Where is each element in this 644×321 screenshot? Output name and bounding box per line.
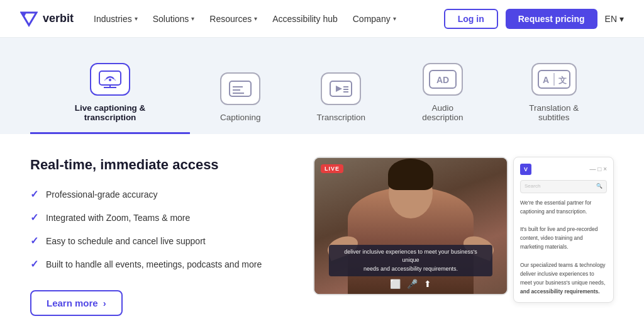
check-icon: ✓ <box>30 211 38 223</box>
tab-label: Transcription <box>316 113 365 122</box>
caption-lines-icon <box>220 72 260 105</box>
tab-live-captioning[interactable]: Live captioning & transcription <box>30 53 190 134</box>
tab-label: Captioning <box>220 113 261 122</box>
live-badge: LIVE <box>321 164 343 173</box>
video-mockup: LIVE deliver inclusive experiences to me… <box>313 157 508 295</box>
person-hair <box>388 159 433 190</box>
tab-captioning[interactable]: Captioning <box>190 62 291 134</box>
sidebar-close-icon: — □ × <box>590 164 607 174</box>
main-content: Real-time, immediate access ✓ Profession… <box>0 134 644 321</box>
tab-label: Translation & subtitles <box>514 103 594 122</box>
sidebar-bold-text: and accessibility requirements. <box>520 288 600 295</box>
play-lines-icon <box>321 72 361 105</box>
svg-text:A: A <box>543 75 549 85</box>
request-pricing-button[interactable]: Request pricing <box>506 9 597 29</box>
feature-text: Easy to schedule and cancel live support <box>46 236 206 246</box>
list-item: ✓ Built to handle all events, meetings, … <box>30 258 288 270</box>
sidebar-text-block-1: We're the essential partner for captioni… <box>520 198 607 216</box>
sidebar-text-block-3: Our specialized teams & technology deliv… <box>520 261 607 296</box>
nav-links: Industries ▾ Solutions ▾ Resources ▾ Acc… <box>94 14 424 24</box>
sidebar-search-bar: Search 🔍 <box>520 180 607 193</box>
chevron-down-icon: ▾ <box>619 14 624 24</box>
chevron-down-icon: ▾ <box>191 15 194 22</box>
feature-text: Integrated with Zoom, Teams & more <box>46 213 190 223</box>
section-title: Real-time, immediate access <box>30 157 288 173</box>
svg-text:AD: AD <box>436 75 449 85</box>
tabs-row: Live captioning & transcription Captioni… <box>30 53 614 134</box>
check-icon: ✓ <box>30 258 38 270</box>
feature-text: Professional-grade accuracy <box>46 189 157 200</box>
check-icon: ✓ <box>30 235 38 247</box>
logo[interactable]: verbit <box>20 10 74 28</box>
video-caption-bar: deliver inclusive experiences to meet yo… <box>329 245 492 277</box>
navbar: verbit Industries ▾ Solutions ▾ Resource… <box>0 0 644 38</box>
translate-box-icon: A 文 <box>531 63 577 96</box>
tab-label: Audio description <box>411 103 474 122</box>
tab-transcription[interactable]: Transcription <box>291 62 391 134</box>
nav-item-industries[interactable]: Industries ▾ <box>94 14 138 24</box>
list-item: ✓ Integrated with Zoom, Teams & more <box>30 211 288 223</box>
left-panel: Real-time, immediate access ✓ Profession… <box>30 157 288 316</box>
chevron-down-icon: ▾ <box>393 15 396 22</box>
svg-text:文: 文 <box>558 76 566 85</box>
chevron-down-icon: ▾ <box>254 15 257 22</box>
language-selector[interactable]: EN ▾ <box>605 14 624 24</box>
tab-translation-subtitles[interactable]: A 文 Translation & subtitles <box>494 53 614 134</box>
video-controls: ⬜ 🎤 ⬆ <box>390 279 431 289</box>
right-panel: LIVE deliver inclusive experiences to me… <box>313 157 614 303</box>
nav-item-resources[interactable]: Resources ▾ <box>209 14 257 24</box>
svg-marker-11 <box>336 86 342 92</box>
tab-label: Live captioning & transcription <box>50 103 170 122</box>
svg-rect-6 <box>230 81 251 96</box>
svg-point-5 <box>109 79 111 81</box>
video-icon-3: ⬆ <box>424 279 431 289</box>
video-icon-2: 🎤 <box>407 279 418 289</box>
tab-audio-description[interactable]: AD Audio description <box>391 53 494 134</box>
login-button[interactable]: Log in <box>444 9 498 29</box>
ad-box-icon: AD <box>423 63 463 96</box>
mockup-container: LIVE deliver inclusive experiences to me… <box>313 157 614 303</box>
sidebar-text-block-2: It's built for live and pre-recorded con… <box>520 225 607 251</box>
tabs-section: Live captioning & transcription Captioni… <box>0 38 644 134</box>
chevron-down-icon: ▾ <box>135 15 138 22</box>
video-icon-1: ⬜ <box>390 279 401 289</box>
arrow-right-icon: › <box>103 298 106 308</box>
sidebar-header: V — □ × <box>520 164 607 175</box>
nav-item-company[interactable]: Company ▾ <box>353 14 396 24</box>
sidebar-logo-mini: V <box>520 164 531 175</box>
logo-icon <box>20 10 38 28</box>
check-icon: ✓ <box>30 188 38 200</box>
feature-text: Built to handle all events, meetings, po… <box>46 259 262 269</box>
nav-item-solutions[interactable]: Solutions ▾ <box>153 14 195 24</box>
list-item: ✓ Easy to schedule and cancel live suppo… <box>30 235 288 247</box>
nav-item-accessibility-hub[interactable]: Accessibility hub <box>272 14 338 24</box>
sidebar-mockup: V — □ × Search 🔍 We're the essential par… <box>513 157 614 303</box>
nav-actions: Log in Request pricing EN ▾ <box>444 9 624 29</box>
wifi-screen-icon <box>90 63 130 96</box>
learn-more-button[interactable]: Learn more › <box>30 290 123 316</box>
svg-rect-2 <box>99 71 121 85</box>
list-item: ✓ Professional-grade accuracy <box>30 188 288 200</box>
search-icon: 🔍 <box>596 183 602 191</box>
feature-list: ✓ Professional-grade accuracy ✓ Integrat… <box>30 188 288 270</box>
